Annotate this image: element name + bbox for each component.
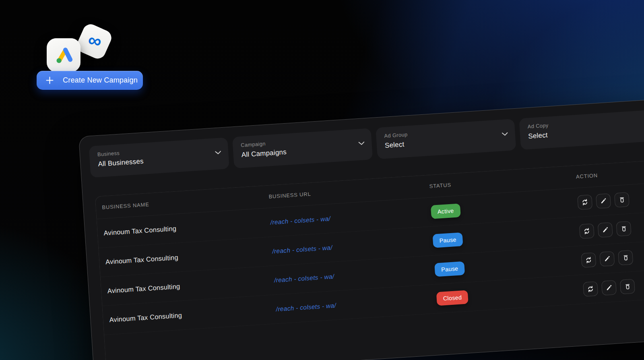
business-name: Avinoum Tax Consulting	[109, 305, 276, 324]
sync-icon	[586, 285, 594, 293]
trash-icon	[622, 254, 629, 261]
sync-button[interactable]	[581, 252, 596, 267]
delete-button[interactable]	[620, 279, 635, 294]
sync-button[interactable]	[577, 194, 592, 210]
row-actions	[583, 274, 644, 296]
business-name: Avinoum Tax Consulting	[105, 248, 272, 266]
row-actions	[579, 216, 644, 238]
delete-button[interactable]	[614, 192, 630, 207]
status-badge[interactable]: Pause	[432, 232, 463, 248]
ad-group-filter-dropdown[interactable]: Ad Group Select	[376, 119, 516, 159]
trash-icon	[624, 283, 631, 290]
chevron-down-icon	[358, 141, 365, 145]
pencil-icon	[602, 226, 609, 234]
status-badge[interactable]: Active	[431, 203, 461, 219]
business-url-link[interactable]: /reach - colsets - wa/	[270, 208, 431, 226]
ad-copy-filter-dropdown[interactable]: Ad Copy Select	[519, 110, 644, 150]
edit-button[interactable]	[596, 193, 611, 209]
sync-icon	[585, 256, 592, 264]
delete-button[interactable]	[618, 250, 633, 265]
sync-icon	[581, 198, 589, 206]
create-button-label: Create New Campaign	[63, 76, 138, 85]
business-url-link[interactable]: /reach - colsets - wa/	[276, 295, 437, 313]
edit-button[interactable]	[598, 222, 613, 237]
edit-button[interactable]	[599, 251, 615, 266]
header-business-url: BUSINESS URL	[268, 183, 429, 200]
campaign-filter-dropdown[interactable]: Campaign All Campaigns	[232, 128, 373, 168]
trash-icon	[618, 196, 625, 203]
trash-icon	[620, 225, 627, 232]
row-actions	[577, 187, 644, 209]
google-ads-logo	[52, 43, 75, 67]
header-status: STATUS	[429, 174, 576, 189]
meta-infinity-glyph: ∞	[87, 30, 103, 51]
chevron-down-icon	[502, 132, 508, 136]
header-action: ACTION	[576, 166, 644, 180]
chevron-down-icon	[215, 151, 221, 155]
sync-icon	[583, 227, 590, 235]
sync-button[interactable]	[579, 223, 594, 238]
business-url-link[interactable]: /reach - colsets - wa/	[272, 237, 433, 255]
business-name: Avinoum Tax Consulting	[103, 219, 270, 237]
plus-icon	[45, 76, 54, 85]
business-name: Avinoum Tax Consulting	[107, 276, 274, 295]
delete-button[interactable]	[616, 221, 631, 236]
status-badge[interactable]: Closed	[436, 290, 469, 306]
pencil-icon	[600, 197, 607, 205]
header-business-name: BUSINESS NAME	[102, 194, 269, 211]
pencil-icon	[605, 284, 613, 291]
create-new-campaign-button[interactable]: Create New Campaign	[37, 71, 143, 90]
status-badge[interactable]: Pause	[434, 261, 465, 277]
sync-button[interactable]	[583, 281, 598, 296]
business-filter-dropdown[interactable]: Business All Businesses	[89, 137, 229, 178]
campaign-dashboard-panel: Business All Businesses Campaign All Cam…	[78, 96, 644, 360]
campaigns-table: BUSINESS NAME BUSINESS URL STATUS ACTION…	[95, 157, 644, 360]
row-actions	[581, 245, 644, 267]
edit-button[interactable]	[601, 280, 617, 295]
pencil-icon	[603, 255, 611, 262]
google-ads-icon	[47, 38, 80, 72]
business-url-link[interactable]: /reach - colsets - wa/	[274, 266, 435, 284]
